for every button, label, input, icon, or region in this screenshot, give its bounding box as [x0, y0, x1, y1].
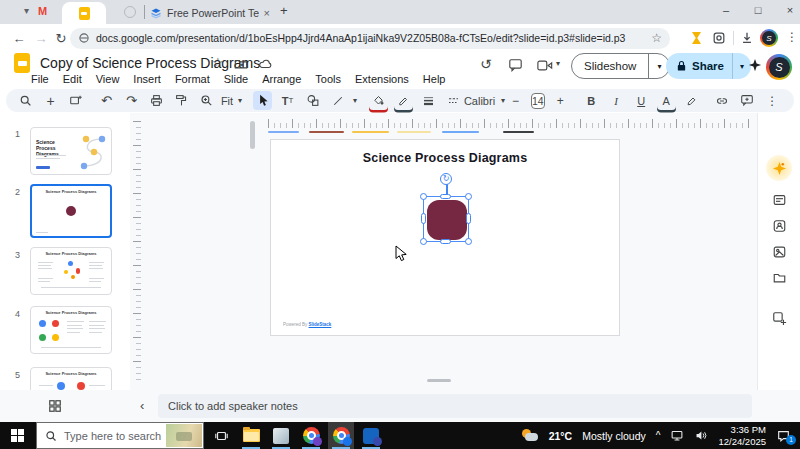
maps-app-button[interactable] [268, 422, 294, 449]
new-slide-plus-icon[interactable]: + [41, 91, 60, 110]
panel-addons-icon[interactable] [772, 311, 787, 326]
new-slide-layout-icon[interactable] [66, 91, 85, 110]
document-title[interactable]: Copy of Science Process Diagrams [40, 55, 260, 71]
star-document-icon[interactable]: ☆ [212, 55, 224, 70]
slide-editor-surface[interactable]: Science Process Diagrams ↻ Powered By Sl… [270, 139, 620, 336]
slide-thumbnail-3[interactable]: Science Process Diagrams [30, 247, 112, 295]
resize-handle-w[interactable] [421, 213, 426, 224]
chrome-profile2-button-active[interactable] [328, 422, 354, 449]
bold-icon[interactable]: B [582, 91, 601, 110]
forward-icon[interactable]: → [30, 31, 52, 46]
resize-handle-sw[interactable] [420, 238, 427, 245]
notes-resize-handle[interactable] [427, 379, 451, 382]
border-color-icon[interactable] [394, 91, 413, 110]
menu-slide[interactable]: Slide [224, 73, 248, 85]
slide-title-text[interactable]: Science Process Diagrams [271, 151, 619, 165]
cloud-saved-icon[interactable] [258, 57, 273, 71]
shape-selection-box[interactable]: ↻ [423, 196, 469, 242]
menu-edit[interactable]: Edit [63, 73, 82, 85]
menu-file[interactable]: File [31, 73, 49, 85]
zoom-select[interactable]: Fit ▾ [222, 91, 241, 110]
menu-help[interactable]: Help [423, 73, 446, 85]
menu-tools[interactable]: Tools [315, 73, 341, 85]
network-icon[interactable] [670, 429, 684, 442]
resize-handle-s[interactable] [440, 239, 451, 244]
zoom-icon[interactable] [197, 91, 216, 110]
menu-view[interactable]: View [96, 73, 120, 85]
tab-slides-active[interactable] [62, 2, 106, 24]
browser-menu-icon[interactable]: ⋮ [786, 30, 798, 44]
download-icon[interactable] [740, 31, 754, 45]
new-tab-icon[interactable]: + [280, 3, 288, 18]
insert-line-icon[interactable] [328, 91, 347, 110]
gemini-panel-icon[interactable] [766, 155, 792, 181]
text-box-icon[interactable]: TT [278, 91, 297, 110]
share-button[interactable]: Share ▾ [666, 53, 751, 79]
tab-powerpoint-templates[interactable]: Free PowerPoint Templates and × [150, 3, 270, 22]
undo-icon[interactable]: ↶ [97, 91, 116, 110]
volume-icon[interactable] [694, 429, 708, 442]
weather-condition[interactable]: Mostly cloudy [582, 430, 646, 442]
collapse-toolbar-icon[interactable]: ^ [794, 91, 800, 110]
slide-thumbnail-4[interactable]: Science Process Diagrams [30, 306, 112, 354]
account-avatar[interactable]: S [766, 54, 792, 80]
site-info-icon[interactable] [78, 32, 90, 44]
weather-temp[interactable]: 21°C [549, 430, 572, 442]
font-size-decrease-icon[interactable]: − [506, 91, 525, 110]
browser-profile-avatar[interactable]: S [760, 29, 778, 47]
menu-arrange[interactable]: Arrange [262, 73, 301, 85]
weather-icon[interactable] [521, 429, 539, 443]
resize-handle-e[interactable] [466, 213, 471, 224]
task-view-button[interactable] [208, 422, 234, 449]
move-folder-icon[interactable] [234, 57, 248, 71]
pinned-app-button[interactable] [358, 422, 384, 449]
menu-extensions[interactable]: Extensions [355, 73, 409, 85]
gmail-tab-icon[interactable]: M [38, 5, 47, 17]
fill-color-icon[interactable] [369, 91, 388, 110]
meet-camera-icon[interactable] [537, 59, 553, 72]
font-family-select[interactable]: Calibri ▾ [475, 91, 494, 110]
version-history-icon[interactable]: ↺ [480, 56, 492, 72]
chrome-profile1-button[interactable] [298, 422, 324, 449]
resize-handle-se[interactable] [465, 238, 472, 245]
taskbar-clock[interactable]: 3:36 PM 12/24/2025 [718, 424, 766, 447]
more-options-icon[interactable]: ⋮ [763, 91, 782, 110]
font-size-increase-icon[interactable]: + [551, 91, 570, 110]
slide-thumbnail-5[interactable]: Science Process Diagrams [30, 367, 112, 390]
panel-folder-icon[interactable] [772, 271, 787, 285]
tab-organizer-icon[interactable] [712, 31, 726, 45]
taskbar-search-box[interactable]: Type here to search [36, 422, 204, 449]
grid-view-icon[interactable] [48, 399, 62, 413]
window-close-icon[interactable]: × [776, 4, 800, 16]
back-icon[interactable]: ← [8, 31, 30, 46]
menu-format[interactable]: Format [175, 73, 210, 85]
slide-credit[interactable]: Powered By SlideStack [283, 322, 331, 327]
credit-brand-link[interactable]: SlideStack [309, 322, 332, 327]
speaker-notes-input[interactable]: Click to add speaker notes [158, 394, 752, 418]
print-icon[interactable] [147, 91, 166, 110]
window-maximize-icon[interactable]: □ [744, 4, 772, 16]
line-dropdown-icon[interactable]: ▾ [353, 96, 357, 105]
font-size-field[interactable]: 14 [531, 93, 545, 109]
comments-icon[interactable] [508, 58, 523, 72]
text-color-icon[interactable]: A [657, 91, 676, 110]
redo-icon[interactable]: ↷ [122, 91, 141, 110]
add-comment-icon[interactable] [738, 91, 757, 110]
insert-shape-icon[interactable] [303, 91, 322, 110]
menu-insert[interactable]: Insert [133, 73, 161, 85]
panel-photos-icon[interactable] [772, 245, 787, 259]
italic-icon[interactable]: I [607, 91, 626, 110]
select-tool-icon[interactable] [253, 91, 272, 110]
underline-icon[interactable]: U [632, 91, 651, 110]
slide-thumbnail-1[interactable]: Science Process Diagrams [30, 127, 112, 175]
slides-logo-icon[interactable] [14, 53, 30, 73]
resize-handle-n[interactable] [440, 194, 451, 199]
insert-link-icon[interactable] [713, 91, 732, 110]
url-field[interactable]: docs.google.com/presentation/d/1boEsHpp4… [70, 28, 670, 49]
border-dash-icon[interactable] [444, 91, 463, 110]
collapse-filmstrip-icon[interactable]: ‹ [140, 398, 144, 413]
gemini-sparkle-icon[interactable] [748, 58, 762, 72]
bookmark-star-icon[interactable]: ☆ [651, 31, 662, 45]
tab-search-icon[interactable]: ▾ [24, 5, 29, 16]
paint-format-icon[interactable] [172, 91, 191, 110]
